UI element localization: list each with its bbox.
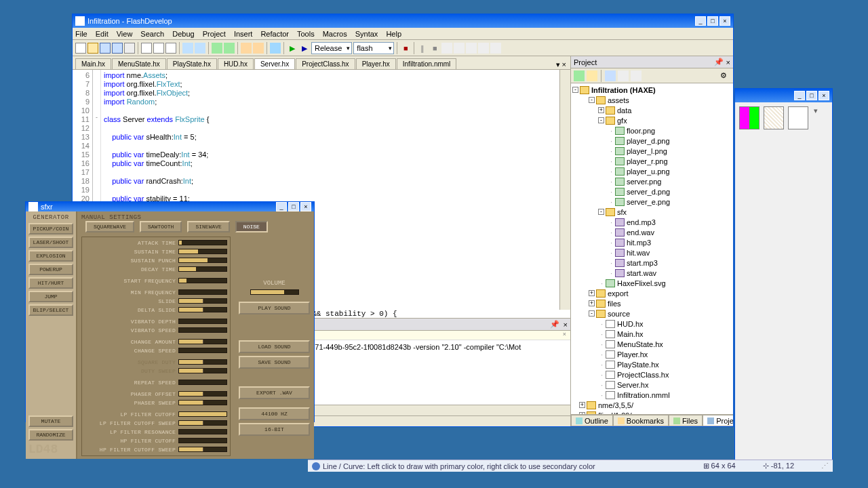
refresh-icon[interactable] [605,70,616,81]
minimize-button[interactable]: _ [276,202,287,211]
tree-item[interactable]: ·player_r.png [572,156,732,166]
tree-item[interactable]: ·PlayState.hx [572,359,732,369]
wave-noise[interactable]: NOISE [235,221,268,232]
project-pin-icon[interactable]: 📌 [714,58,724,66]
slider-attack-time[interactable] [178,240,227,245]
nav-fwd-icon[interactable] [224,43,235,54]
slider-square-duty[interactable] [178,359,227,365]
tree-item[interactable]: ·HUD.hx [572,319,732,329]
slider-change-speed[interactable] [178,348,227,353]
save-icon[interactable] [100,43,111,54]
tree-toggle[interactable]: + [589,300,595,306]
wave-sawtooth[interactable]: SAWTOOTH [140,221,182,232]
tree-item[interactable]: -gfx [572,115,732,125]
tree-item[interactable]: ·player_u.png [572,166,732,176]
swatch-1[interactable] [739,106,760,129]
slider-min-frequency[interactable] [178,289,227,295]
tree-item[interactable]: ·floor.png [572,125,732,136]
show-icon[interactable] [587,70,597,81]
tree-item[interactable]: +data [572,105,732,115]
tree-item[interactable]: ·end.wav [572,227,732,237]
slider-sustain-time[interactable] [178,249,227,254]
tab-projectclass-hx[interactable]: ProjectClass.hx [296,58,355,69]
menu-edit[interactable]: Edit [96,30,108,38]
mutate-button[interactable]: MUTATE [28,415,73,427]
step-into-icon[interactable] [454,43,465,54]
nav-back-icon[interactable] [212,43,222,54]
panel-tab-outline[interactable]: Outline [571,415,613,426]
tabs-overflow[interactable]: ▾ × [552,60,570,69]
tree-toggle[interactable]: + [598,107,604,113]
randomize-button[interactable]: RANDOMIZE [28,429,73,441]
slider-delta-slide[interactable] [178,307,227,312]
wave-sinewave[interactable]: SINEWAVE [187,221,229,232]
tree-toggle[interactable]: - [589,97,595,103]
tab-playstate-hx[interactable]: PlayState.hx [167,58,217,69]
undo-icon[interactable] [182,43,193,54]
tree-item[interactable]: ·hit.wav [572,247,732,258]
swatch-3[interactable] [788,106,808,129]
slider-lp-filter-resonance[interactable] [178,429,227,434]
tree-toggle[interactable]: - [598,117,604,123]
maximize-button[interactable]: □ [806,91,817,100]
menu-insert[interactable]: Insert [234,30,253,38]
tree-item[interactable]: ·server.png [572,176,732,186]
slider-repeat-speed[interactable] [178,380,227,385]
maximize-button[interactable]: □ [288,202,299,211]
tree-item[interactable]: ·end.mp3 [572,217,732,227]
slider-duty-sweep[interactable] [178,368,227,373]
props-icon[interactable] [631,70,642,81]
tab-server-hx[interactable]: Server.hx [254,58,295,69]
collapse-icon[interactable] [618,70,629,81]
tree-item[interactable]: ·HaxeFlixel.svg [572,278,732,288]
gen-jump[interactable]: JUMP [28,291,73,302]
stop-debug-icon[interactable]: ■ [429,43,440,54]
slider-slide[interactable] [178,298,227,304]
slider-phaser-offset[interactable] [178,391,227,396]
output-pin-icon[interactable]: 📌 [550,320,559,329]
slider-start-frequency[interactable] [178,278,227,283]
wave-squarewave[interactable]: SQUAREWAVE [85,221,134,232]
project-root[interactable]: Infiltration (HAXE) [591,86,656,94]
swatch-dropdown-icon[interactable]: ▾ [812,106,819,466]
play-sound-button[interactable]: PLAY SOUND [239,302,310,314]
panel-tab-files[interactable]: Files [669,415,703,426]
paint-titlebar[interactable]: _ □ × [735,89,832,102]
tree-toggle[interactable]: - [572,87,578,93]
tree-item[interactable]: ·start.mp3 [572,258,732,268]
tree-item[interactable]: ·Player.hx [572,349,732,359]
tree-item[interactable]: ·player_l.png [572,146,732,156]
copy-icon[interactable] [153,43,164,54]
menu-debug[interactable]: Debug [172,30,194,38]
step-out-icon[interactable] [466,43,477,54]
slider-lp-filter-cutoff[interactable] [178,411,227,417]
tree-toggle[interactable]: + [579,402,585,408]
new-icon[interactable] [75,43,86,54]
tree-item[interactable]: -sfx [572,207,732,217]
tree-toggle[interactable]: + [589,290,595,296]
tree-item[interactable]: ·Main.hx [572,329,732,339]
paint-canvas-area[interactable]: ▾ [735,102,832,470]
tree-item[interactable]: ·ProjectClass.hx [572,369,732,380]
sync-icon[interactable] [574,70,585,81]
menu-tools[interactable]: Tools [297,30,315,38]
close-button[interactable]: × [818,91,829,100]
gen-pickup-coin[interactable]: PICKUP/COIN [28,223,73,235]
tree-item[interactable]: ·Infiltration.nmml [572,390,732,400]
gen-hit-hurt[interactable]: HIT/HURT [28,277,73,289]
slider-vibrato-speed[interactable] [178,327,227,333]
menu-syntax[interactable]: Syntax [355,30,378,38]
check-icon[interactable] [270,43,281,54]
menu-search[interactable]: Search [140,30,164,38]
menu-project[interactable]: Project [203,30,226,38]
saveall-icon[interactable] [112,43,123,54]
gen-laser-shoot[interactable]: LASER/SHOOT [28,237,73,248]
load-sound-button[interactable]: LOAD SOUND [239,340,310,353]
target-combo[interactable]: flash [353,42,394,54]
open-icon[interactable] [87,43,98,54]
tree-item[interactable]: ·Server.hx [572,380,732,390]
tree-item[interactable]: +nme/3,5,5/ [572,400,732,410]
fd-titlebar[interactable]: Infiltration - FlashDevelop _ □ × [73,14,733,28]
menu-refactor[interactable]: Refactor [260,30,289,38]
export-wav-button[interactable]: EXPORT .WAV [239,386,310,399]
